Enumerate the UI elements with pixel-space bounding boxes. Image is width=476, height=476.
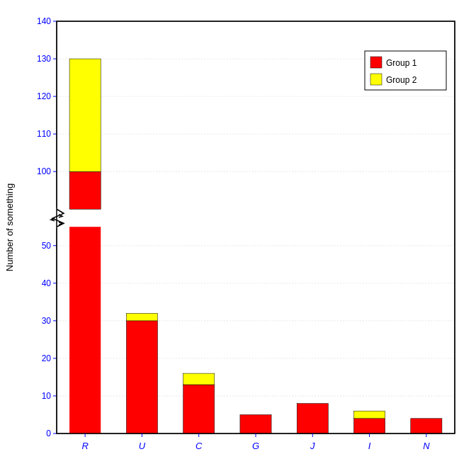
svg-text:30: 30 xyxy=(42,316,52,326)
svg-rect-53 xyxy=(411,419,442,434)
svg-rect-44 xyxy=(183,373,215,385)
chart-container: 01020304050100110120130140RUCGJINNumber … xyxy=(0,0,476,476)
svg-text:N: N xyxy=(423,441,430,451)
svg-text:40: 40 xyxy=(42,278,52,288)
svg-rect-37 xyxy=(69,171,101,209)
svg-text:0: 0 xyxy=(46,429,51,438)
svg-rect-50 xyxy=(353,419,385,434)
svg-text:C: C xyxy=(196,441,203,451)
svg-text:Number of something: Number of something xyxy=(4,183,15,271)
svg-text:R: R xyxy=(81,441,88,451)
svg-text:U: U xyxy=(139,441,146,451)
svg-text:I: I xyxy=(368,441,371,451)
svg-rect-51 xyxy=(353,411,385,419)
svg-rect-38 xyxy=(69,59,101,171)
svg-rect-36 xyxy=(69,227,101,434)
bar-chart: 01020304050100110120130140RUCGJINNumber … xyxy=(0,0,476,476)
svg-text:20: 20 xyxy=(42,353,52,363)
svg-rect-57 xyxy=(370,57,382,68)
svg-text:G: G xyxy=(252,441,259,451)
svg-text:120: 120 xyxy=(37,91,51,101)
svg-rect-59 xyxy=(370,74,382,85)
svg-rect-46 xyxy=(240,414,271,434)
svg-text:130: 130 xyxy=(37,54,51,64)
svg-text:Group 1: Group 1 xyxy=(386,58,417,68)
svg-rect-41 xyxy=(126,313,157,321)
svg-rect-40 xyxy=(126,321,157,434)
svg-text:J: J xyxy=(310,441,315,451)
svg-rect-43 xyxy=(183,385,215,434)
svg-text:110: 110 xyxy=(37,129,51,139)
svg-text:100: 100 xyxy=(37,166,51,176)
svg-text:50: 50 xyxy=(42,241,52,251)
svg-text:140: 140 xyxy=(37,16,51,26)
svg-rect-48 xyxy=(297,404,328,434)
svg-text:Group 2: Group 2 xyxy=(386,75,417,85)
svg-text:10: 10 xyxy=(42,391,52,401)
